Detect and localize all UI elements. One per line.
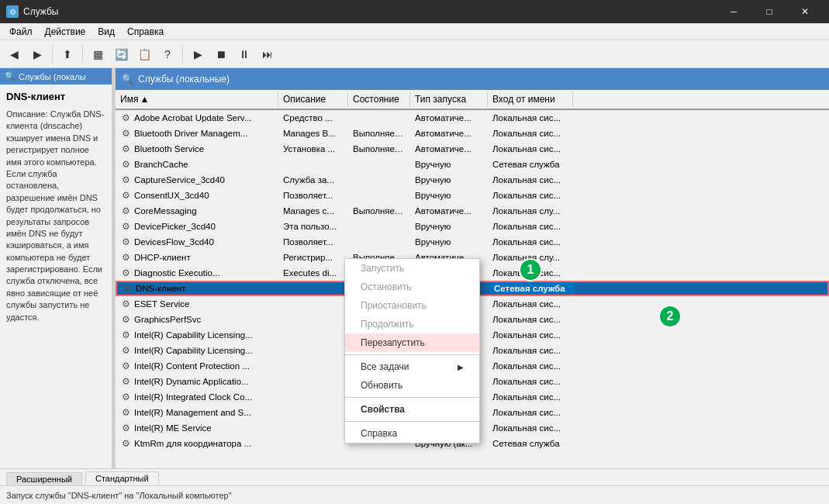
maximize-button[interactable]: □	[751, 0, 787, 23]
service-logon: Локальная сис...	[488, 313, 573, 326]
left-panel-icon: 🔍	[5, 71, 16, 81]
help-button[interactable]: ?	[157, 43, 178, 65]
context-menu-item-перезапустить[interactable]: Перезапустить	[345, 333, 479, 352]
table-row[interactable]: ⚙ConsentUX_3cd40Позволяет...ВручнуюЛокал…	[116, 188, 829, 203]
service-desc: Позволяет...	[278, 189, 348, 202]
context-menu: ЗапуститьОстановитьПриостановитьПродолжи…	[344, 258, 480, 444]
col-header-name[interactable]: Имя ▲	[116, 91, 278, 107]
service-desc	[278, 411, 348, 414]
tab-расширенный[interactable]: Расширенный	[6, 472, 82, 485]
service-desc	[278, 380, 348, 383]
service-name: DevicesFlow_3cd40	[134, 237, 214, 247]
toolbar: ◀ ▶ ⬆ ▦ 🔄 📋 ? ▶ ⏹ ⏸ ⏭	[0, 40, 829, 68]
context-menu-item-продолжить: Продолжить	[345, 315, 479, 333]
service-logon: Локальная сис...	[488, 329, 573, 341]
context-menu-label: Остановить	[361, 281, 412, 292]
service-icon: ⚙	[120, 361, 131, 371]
show-hide-button[interactable]: ▦	[87, 43, 109, 65]
service-icon: ⚙	[120, 299, 131, 309]
back-button[interactable]: ◀	[3, 43, 25, 65]
context-menu-item-все-задачи[interactable]: Все задачи▶	[345, 357, 479, 376]
main-area: 🔍 Службы (локалы DNS-клиент Описание: Сл…	[0, 68, 829, 468]
col-header-description[interactable]: Описание	[278, 91, 348, 107]
service-name: Intel(R) Integrated Clock Co...	[134, 392, 252, 402]
service-logon: Локальная сис...	[488, 298, 573, 310]
service-desc: Эта пользо...	[278, 220, 348, 233]
service-icon: ⚙	[120, 438, 131, 449]
service-logon: Локальная сис...	[488, 391, 573, 403]
service-logon: Локальная сис...	[488, 375, 573, 388]
table-row[interactable]: ⚙BranchCacheВручнуюСетевая служба	[116, 157, 829, 172]
stop-button[interactable]: ⏹	[210, 43, 232, 65]
context-menu-label: Приостановить	[361, 300, 427, 311]
service-name: Intel(R) Management and S...	[134, 408, 251, 417]
bottom-tabs: РасширенныйСтандартный	[0, 468, 829, 485]
forward-button[interactable]: ▶	[26, 43, 48, 65]
submenu-arrow-icon: ▶	[458, 363, 464, 371]
minimize-button[interactable]: ─	[716, 0, 751, 23]
service-desc: Регистрир...	[278, 251, 348, 264]
service-desc	[278, 426, 348, 430]
service-name: Intel(R) Capability Licensing...	[134, 330, 253, 340]
service-desc	[278, 318, 348, 321]
status-text: Запуск службы "DNS-клиент" на "Локальный…	[6, 491, 232, 500]
service-startup: Вручную	[410, 158, 488, 171]
context-menu-label: Продолжить	[361, 319, 414, 330]
col-header-status[interactable]: Состояние	[348, 91, 410, 107]
table-row[interactable]: ⚙Adobe Acrobat Update Serv...Средство ..…	[116, 110, 829, 126]
service-logon: Локальная сис...	[488, 236, 573, 248]
service-icon: ⚙	[120, 314, 131, 325]
service-name: Bluetooth Service	[134, 144, 204, 154]
left-panel-header: 🔍 Службы (локалы	[0, 68, 112, 85]
service-desc	[278, 333, 348, 337]
start-button[interactable]: ▶	[187, 43, 209, 65]
service-icon: ⚙	[120, 376, 131, 387]
table-row[interactable]: ⚙CaptureService_3cd40Служба за...Вручную…	[116, 172, 829, 188]
service-icon: ⚙	[120, 174, 131, 185]
service-desc: Установка ...	[278, 143, 348, 155]
refresh-button[interactable]: 🔄	[110, 43, 132, 65]
table-row[interactable]: ⚙DevicesFlow_3cd40Позволяет...ВручнуюЛок…	[116, 234, 829, 250]
service-startup: Вручную	[410, 189, 488, 202]
context-menu-item-справка[interactable]: Справка	[345, 424, 479, 443]
tab-стандартный[interactable]: Стандартный	[85, 471, 159, 485]
table-row[interactable]: ⚙Bluetooth Driver Managem...Manages B...…	[116, 126, 829, 141]
service-name: GraphicsPerfSvc	[134, 315, 201, 324]
context-menu-separator	[345, 421, 479, 422]
service-status	[348, 178, 410, 181]
up-button[interactable]: ⬆	[57, 43, 78, 65]
table-row[interactable]: ⚙DevicePicker_3cd40Эта пользо...ВручнуюЛ…	[116, 219, 829, 234]
table-row[interactable]: ⚙CoreMessagingManages c...ВыполняетсяАвт…	[116, 203, 829, 219]
context-menu-label: Все задачи	[361, 361, 409, 372]
menu-item-вид[interactable]: Вид	[92, 25, 121, 39]
menu-item-справка[interactable]: Справка	[121, 25, 170, 39]
pause-button[interactable]: ⏸	[233, 43, 255, 65]
service-icon: ⚙	[120, 268, 131, 278]
service-desc	[278, 442, 348, 445]
resume-button[interactable]: ⏭	[257, 43, 278, 65]
export-button[interactable]: 📋	[133, 43, 155, 65]
service-desc: Служба за...	[278, 174, 348, 186]
col-header-logon[interactable]: Вход от имени	[488, 91, 573, 107]
table-row[interactable]: ⚙Bluetooth ServiceУстановка ...Выполняет…	[116, 141, 829, 157]
service-desc	[278, 395, 348, 399]
service-name: CaptureService_3cd40	[134, 175, 225, 185]
service-name: Adobe Acrobat Update Serv...	[134, 113, 251, 123]
context-menu-item-свойства[interactable]: Свойства	[345, 400, 479, 419]
service-name: ConsentUX_3cd40	[134, 191, 209, 200]
context-menu-item-обновить[interactable]: Обновить	[345, 376, 479, 395]
service-status	[348, 116, 410, 119]
badge-2: 2	[658, 305, 682, 328]
service-logon: Локальная слу...	[488, 205, 573, 217]
menu-item-файл[interactable]: Файл	[3, 25, 39, 39]
close-button[interactable]: ✕	[787, 0, 823, 23]
sort-icon: ▲	[140, 94, 149, 105]
menu-bar: ФайлДействиеВидСправка	[0, 23, 829, 40]
service-logon: Локальная сис...	[488, 112, 573, 124]
col-header-startup[interactable]: Тип запуска	[410, 91, 488, 107]
service-desc	[278, 349, 348, 352]
menu-item-действие[interactable]: Действие	[39, 25, 92, 39]
service-desc: Средство ...	[278, 112, 348, 124]
context-menu-label: Запустить	[361, 263, 404, 274]
service-icon: ⚙	[120, 407, 131, 418]
